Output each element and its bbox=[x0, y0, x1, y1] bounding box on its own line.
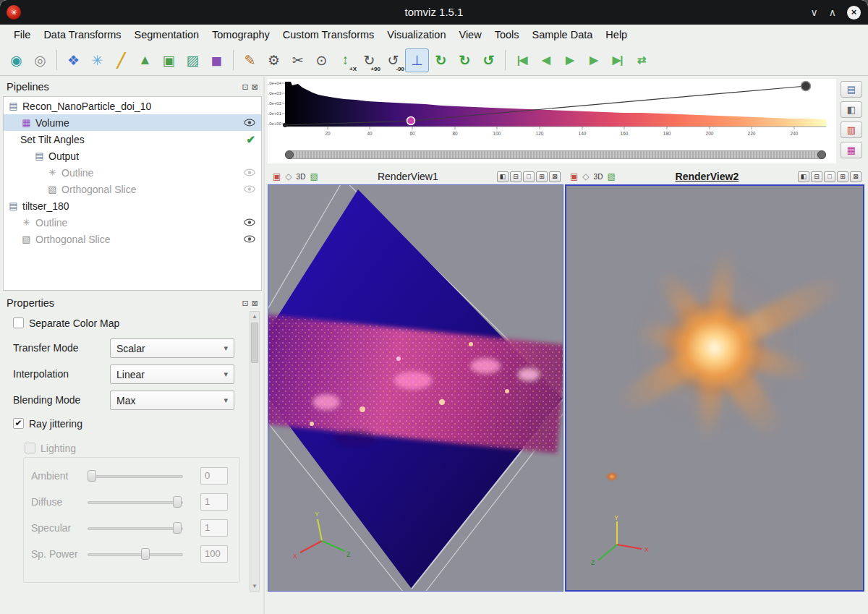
lighting-checkbox[interactable] bbox=[25, 443, 35, 453]
pipeline-row-volume[interactable]: ▦ Volume bbox=[4, 114, 261, 131]
visibility-eye-icon[interactable] bbox=[244, 169, 255, 176]
first-frame-button[interactable]: |◀ bbox=[510, 48, 534, 72]
interact-mode-icon[interactable]: ◇ bbox=[285, 171, 292, 182]
stop-rotation-button[interactable]: ↺ bbox=[477, 48, 501, 72]
ambient-value[interactable]: 0 bbox=[200, 467, 228, 485]
color-presets-button[interactable]: ▦ bbox=[841, 142, 862, 158]
split-horizontal-button[interactable]: ◧ bbox=[798, 171, 809, 182]
colormap-node[interactable] bbox=[407, 117, 415, 125]
opacity-node-start[interactable] bbox=[283, 123, 287, 127]
scroll-up-icon[interactable]: ▲ bbox=[250, 312, 259, 321]
render-view-2-canvas[interactable]: Y X Z bbox=[565, 184, 864, 592]
play-button[interactable]: ▶ bbox=[558, 48, 582, 72]
pipeline-row-slice[interactable]: ▧ Orthogonal Slice bbox=[4, 181, 261, 197]
colormap-settings-button[interactable]: ⚙ bbox=[262, 48, 286, 72]
specular-power-slider[interactable] bbox=[88, 547, 183, 560]
ambient-slider[interactable] bbox=[88, 469, 183, 482]
visibility-eye-icon[interactable] bbox=[244, 218, 255, 226]
maximize-button[interactable]: ∧ bbox=[829, 7, 836, 18]
last-frame-button[interactable]: ▶| bbox=[605, 48, 629, 72]
ruler-button[interactable]: ╱ bbox=[109, 48, 133, 72]
visibility-eye-icon[interactable] bbox=[244, 185, 255, 193]
histogram-plot[interactable]: 1.0e+04 1.0e+03 1.0e+02 1.0e+01 1.0e+00 … bbox=[268, 79, 836, 148]
close-view-button[interactable]: ⊠ bbox=[549, 171, 561, 182]
menu-tools[interactable]: Tools bbox=[488, 27, 526, 43]
menu-segmentation[interactable]: Segmentation bbox=[128, 27, 205, 43]
menu-data-transforms[interactable]: Data Transforms bbox=[37, 27, 127, 43]
rotate-minus-90-button[interactable]: ↺-90 bbox=[381, 48, 405, 72]
scrollbar-thumb[interactable] bbox=[251, 323, 258, 363]
toggle-axes-button[interactable]: ⊥ bbox=[405, 48, 429, 72]
loop-button[interactable]: ⇄ bbox=[629, 48, 653, 72]
split-vertical-button[interactable]: ⊟ bbox=[811, 171, 822, 182]
previous-frame-button[interactable]: ◀ bbox=[534, 48, 558, 72]
panel-splitter[interactable] bbox=[263, 77, 265, 614]
visibility-eye-icon[interactable] bbox=[244, 235, 255, 243]
diffuse-value[interactable]: 1 bbox=[200, 493, 228, 511]
pipeline-row-dataset[interactable]: ▤ Recon_NanoParticle_doi_10 bbox=[4, 98, 261, 114]
dock-float-button[interactable]: ⊡ bbox=[242, 299, 249, 308]
rotate-camera-loop-button[interactable]: ↻ bbox=[453, 48, 477, 72]
colormap-alpha-strip[interactable] bbox=[285, 150, 826, 159]
ray-jittering-checkbox[interactable]: ✔ bbox=[13, 418, 24, 429]
generate-data-button[interactable]: ❖ bbox=[61, 48, 85, 72]
menu-custom-transforms[interactable]: Custom Transforms bbox=[276, 27, 381, 43]
random-shapes-button[interactable]: ✳ bbox=[85, 48, 109, 72]
rotate-camera-button[interactable]: ↻ bbox=[429, 48, 453, 72]
zoom-to-box-button[interactable]: ⊙ bbox=[310, 48, 333, 72]
open-stack-button[interactable]: ◎ bbox=[28, 48, 52, 72]
split-horizontal-button[interactable]: ◧ bbox=[497, 171, 509, 182]
interpolation-select[interactable]: Linear ▾ bbox=[110, 364, 234, 384]
add-contour-button[interactable]: ▲ bbox=[133, 48, 157, 72]
range-handle-max[interactable] bbox=[817, 150, 826, 159]
menu-view[interactable]: View bbox=[452, 27, 488, 43]
align-x-axis-button[interactable]: ↕+X bbox=[333, 48, 357, 72]
crop-button[interactable]: ✂ bbox=[286, 48, 310, 72]
visibility-eye-icon[interactable] bbox=[244, 119, 255, 127]
open-data-button[interactable]: ◉ bbox=[4, 48, 28, 72]
add-volume-button[interactable]: ▣ bbox=[157, 48, 181, 72]
opacity-node-end[interactable] bbox=[801, 82, 811, 91]
dock-close-button[interactable]: ⊠ bbox=[252, 299, 258, 308]
dock-close-button[interactable]: ⊠ bbox=[252, 82, 258, 92]
diffuse-slider[interactable] bbox=[88, 495, 183, 508]
pipeline-row-dataset[interactable]: ▤ tiltser_180 bbox=[4, 197, 261, 214]
detach-view-button[interactable]: ⊞ bbox=[536, 171, 548, 182]
menu-help[interactable]: Help bbox=[599, 27, 634, 43]
pipeline-row-operator[interactable]: Set Tilt Angles ✔ bbox=[4, 131, 261, 148]
menu-sample-data[interactable]: Sample Data bbox=[526, 27, 600, 43]
save-colormap-button[interactable]: ▥ bbox=[841, 121, 862, 138]
menu-visualization[interactable]: Visualization bbox=[380, 27, 452, 43]
dock-float-button[interactable]: ⊡ bbox=[242, 82, 249, 92]
pipeline-row-slice[interactable]: ▧ Orthogonal Slice bbox=[4, 231, 261, 247]
menu-file[interactable]: File bbox=[7, 27, 37, 43]
close-view-button[interactable]: ⊠ bbox=[850, 171, 861, 182]
add-threshold-button[interactable]: ◼ bbox=[205, 48, 229, 72]
pipeline-row-outline[interactable]: ✳ Outline bbox=[4, 164, 261, 181]
axes-cube-icon[interactable]: ▧ bbox=[607, 171, 615, 182]
maximize-view-button[interactable]: □ bbox=[523, 171, 535, 182]
specular-slider[interactable] bbox=[88, 521, 183, 534]
close-button[interactable]: × bbox=[847, 6, 861, 20]
pipeline-row-outline[interactable]: ✳ Outline bbox=[4, 214, 261, 231]
split-vertical-button[interactable]: ⊟ bbox=[510, 171, 522, 182]
next-frame-button[interactable]: ▶ bbox=[582, 48, 605, 72]
box-widget-button[interactable]: ◧ bbox=[841, 101, 862, 118]
camera-icon[interactable]: ▣ bbox=[570, 171, 578, 182]
transfer-mode-select[interactable]: Scalar ▾ bbox=[110, 338, 234, 358]
pipeline-row-output[interactable]: ▤ Output bbox=[4, 148, 261, 164]
blending-mode-select[interactable]: Max ▾ bbox=[110, 391, 234, 410]
camera-icon[interactable]: ▣ bbox=[273, 171, 281, 182]
menu-tomography[interactable]: Tomography bbox=[205, 27, 276, 43]
maximize-view-button[interactable]: □ bbox=[824, 171, 835, 182]
separate-colormap-checkbox[interactable] bbox=[13, 317, 24, 328]
range-handle-min[interactable] bbox=[285, 150, 294, 159]
detach-view-button[interactable]: ⊞ bbox=[837, 171, 848, 182]
add-slice-button[interactable]: ▨ bbox=[181, 48, 205, 72]
minimize-button[interactable]: ∨ bbox=[811, 7, 818, 18]
axes-cube-icon[interactable]: ▧ bbox=[310, 171, 318, 182]
render-view-1-canvas[interactable]: Y X Z bbox=[268, 184, 563, 592]
custom-transform-button[interactable]: ✎ bbox=[238, 48, 262, 72]
scroll-down-icon[interactable]: ▼ bbox=[250, 581, 259, 591]
histogram-options-button[interactable]: ▤ bbox=[841, 81, 862, 98]
